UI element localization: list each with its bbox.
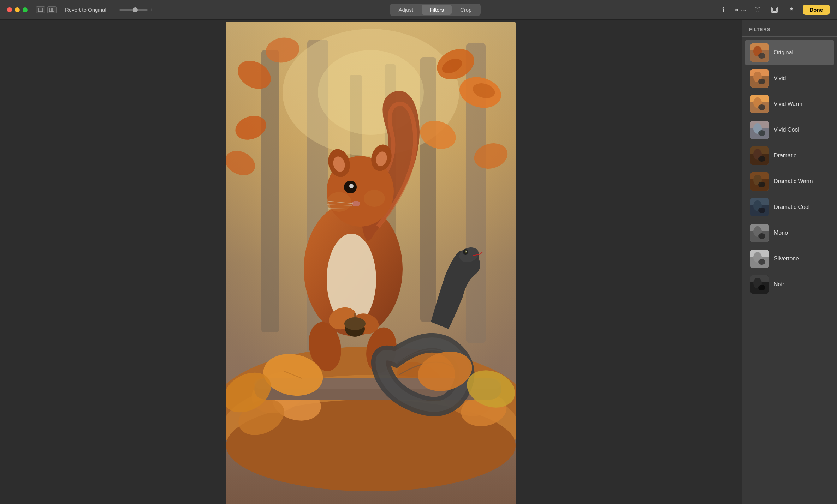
intensity-slider[interactable] [119,9,148,11]
filter-item-dramatic[interactable]: Dramatic [745,143,834,168]
maximize-button[interactable] [23,7,28,12]
svg-text:···: ··· [736,8,738,12]
filter-label-noir: Noir [774,281,784,288]
filters-sidebar: FILTERS Original [742,20,837,504]
svg-point-103 [758,233,765,239]
enhance-button[interactable] [786,4,797,16]
filter-thumb-vivid [750,69,769,88]
svg-point-87 [758,130,765,136]
titlebar: Revert to Original – + Adjust Filters Cr… [0,0,837,20]
filter-label-dramatic-warm: Dramatic Warm [774,178,813,185]
tab-filters[interactable]: Filters [422,5,452,15]
filter-item-original[interactable]: Original [745,40,834,65]
photo-canvas [226,22,516,504]
filter-label-mono: Mono [774,230,788,236]
filter-label-silvertone: Silvertone [774,256,799,262]
filter-label-dramatic: Dramatic [774,152,796,159]
filter-item-dramatic-warm[interactable]: Dramatic Warm [745,169,834,194]
filter-thumb-noir [750,275,769,294]
svg-point-83 [758,104,765,110]
filter-item-mono[interactable]: Mono [745,220,834,246]
filter-label-vivid: Vivid [774,75,786,82]
slider-minus-label: – [115,7,117,12]
filter-thumb-vivid-warm [750,95,769,113]
sidebar-bottom-divider [748,300,831,300]
svg-point-107 [758,259,765,265]
svg-rect-0 [38,8,43,12]
toolbar-right: ℹ ··· ··· ♡ Done [718,4,830,16]
filter-item-vivid[interactable]: Vivid [745,66,834,91]
svg-point-111 [758,285,765,290]
filter-thumb-original [750,43,769,62]
filter-thumb-mono [750,224,769,242]
svg-point-51 [364,190,385,207]
svg-point-48 [349,184,354,188]
svg-rect-11 [261,50,279,332]
favorite-button[interactable]: ♡ [752,4,763,16]
slider-thumb[interactable] [133,7,138,12]
edit-tab-group: Adjust Filters Crop [390,4,481,16]
expand-button[interactable] [769,4,780,16]
svg-point-75 [758,53,765,59]
filter-list: Original Vivid [742,37,837,497]
intensity-slider-container: – + [115,7,153,12]
filter-thumb-dramatic [750,146,769,165]
svg-point-50 [327,192,351,212]
svg-rect-2 [52,8,54,12]
filter-label-vivid-warm: Vivid Warm [774,101,802,107]
filter-label-dramatic-cool: Dramatic Cool [774,204,809,210]
svg-point-95 [758,182,765,187]
filter-thumb-dramatic-cool [750,198,769,216]
svg-point-79 [758,79,765,84]
slider-plus-label: + [150,7,153,12]
filter-item-silvertone[interactable]: Silvertone [745,246,834,271]
filter-item-dramatic-cool[interactable]: Dramatic Cool [745,194,834,220]
filter-thumb-vivid-cool [750,121,769,139]
filter-item-noir[interactable]: Noir [745,272,834,297]
svg-point-99 [758,208,765,213]
svg-point-58 [344,317,366,330]
image-area [0,20,742,504]
done-button[interactable]: Done [803,5,830,15]
split-view-button[interactable] [47,6,57,13]
svg-point-65 [466,251,467,252]
svg-point-91 [758,156,765,162]
tab-crop[interactable]: Crop [452,5,480,15]
close-button[interactable] [7,7,12,12]
main-content: FILTERS Original [0,20,837,504]
single-view-button[interactable] [36,6,45,13]
revert-to-original-button[interactable]: Revert to Original [62,5,109,14]
window-mode-buttons [36,6,57,13]
filter-label-vivid-cool: Vivid Cool [774,127,799,133]
filters-sidebar-title: FILTERS [742,27,837,37]
filter-thumb-silvertone [750,250,769,268]
minimize-button[interactable] [15,7,20,12]
tab-adjust[interactable]: Adjust [391,5,421,15]
revert-label: Revert to Original [65,7,106,13]
share-button[interactable]: ··· ··· [735,4,746,16]
svg-line-54 [328,208,352,208]
svg-rect-1 [49,8,52,12]
traffic-lights [7,7,28,12]
filter-item-vivid-cool[interactable]: Vivid Cool [745,117,834,143]
filter-label-original: Original [774,49,793,56]
info-button[interactable]: ℹ [718,4,729,16]
svg-rect-8 [773,8,776,12]
filter-item-vivid-warm[interactable]: Vivid Warm [745,91,834,117]
filter-thumb-dramatic-warm [750,172,769,191]
scene-image [226,22,516,504]
